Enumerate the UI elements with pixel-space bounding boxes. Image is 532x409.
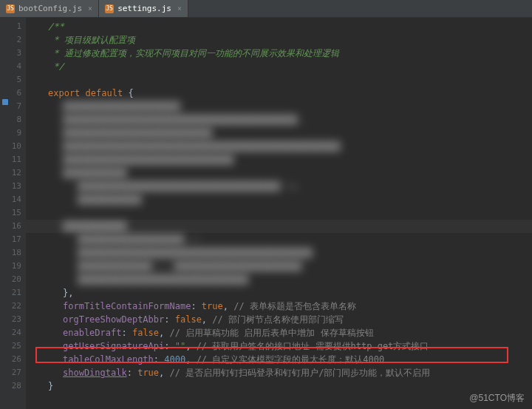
line-number: 20 bbox=[0, 273, 21, 286]
redacted-text: ██████████████ // ██████████████████████… bbox=[78, 260, 301, 273]
line-number: 2 bbox=[0, 33, 21, 47]
redacted-text: ████████████████████████████████████████… bbox=[63, 140, 341, 153]
gutter-marker-icon[interactable] bbox=[2, 99, 8, 105]
line-number: 26 bbox=[0, 353, 21, 366]
code-content[interactable]: /** * 项目级默认配置项 * 通过修改配置项，实现不同项目对同一功能的不同展… bbox=[26, 18, 532, 409]
line-number: 28 bbox=[0, 379, 21, 393]
code-text: false bbox=[132, 326, 159, 339]
code-text: /** bbox=[48, 20, 64, 33]
code-text: // 是否启用钉钉扫码登录和钉钉用户/部门同步功能，默认不启用 bbox=[170, 366, 431, 379]
redacted-text: ████████████ bbox=[63, 166, 127, 180]
redacted-text: ████████████████████ // bbox=[78, 233, 200, 246]
code-text: true bbox=[202, 300, 223, 313]
watermark-text: @51CTO博客 bbox=[469, 392, 525, 405]
line-number: 13 bbox=[0, 180, 21, 193]
redacted-text: ████████████████████████████████ bbox=[78, 273, 248, 286]
editor-tabs: JS bootConfig.js × JS settings.js × bbox=[0, 0, 532, 18]
line-number: 22 bbox=[0, 300, 21, 313]
redacted-text: ████████████████████████████████████████… bbox=[78, 246, 313, 260]
redacted-text: ██████████████████████ bbox=[63, 100, 180, 113]
code-text: }, bbox=[63, 286, 73, 300]
code-text: * 项目级默认配置项 bbox=[48, 33, 135, 47]
redacted-text: ████████████ bbox=[78, 193, 142, 206]
code-text: } bbox=[48, 379, 53, 393]
line-number: 5 bbox=[0, 73, 21, 87]
line-number: 6 bbox=[0, 87, 21, 100]
redacted-text: ████████████████████████████████████████… bbox=[63, 113, 308, 126]
code-text: // 表单标题是否包含表单名称 bbox=[233, 300, 356, 313]
redacted-text: ██████████████████████████████████████ l… bbox=[78, 180, 301, 193]
close-icon[interactable]: × bbox=[88, 4, 92, 13]
code-text: showDingtalk bbox=[63, 366, 127, 379]
code-text: { bbox=[128, 87, 133, 100]
code-text: // 获取用户签名的接口地址 需要提供http get方式接口 bbox=[197, 339, 429, 353]
line-number: 12 bbox=[0, 166, 21, 180]
redacted-text: ████████████████████████████ bbox=[63, 126, 212, 140]
code-text: export bbox=[48, 87, 86, 100]
line-number: 19 bbox=[0, 260, 21, 273]
line-number: 16 bbox=[0, 220, 21, 233]
redacted-text: ████████████████████████████████ bbox=[63, 153, 233, 166]
code-text: getUserSignatureApi bbox=[63, 339, 164, 353]
line-number: 11 bbox=[0, 153, 21, 166]
line-number: 3 bbox=[0, 47, 21, 60]
line-number: 18 bbox=[0, 246, 21, 260]
line-number: 24 bbox=[0, 326, 21, 339]
code-text: enableDraft bbox=[63, 326, 121, 339]
line-number: 23 bbox=[0, 313, 21, 326]
code-text: false bbox=[175, 313, 202, 326]
code-text: true bbox=[137, 366, 159, 379]
line-number: 8 bbox=[0, 113, 21, 126]
code-text: "" bbox=[175, 339, 185, 353]
code-text: * 通过修改配置项，实现不同项目对同一功能的不同展示效果和处理逻辑 bbox=[48, 47, 339, 60]
tab-settings[interactable]: JS settings.js × bbox=[99, 0, 188, 17]
line-number: 14 bbox=[0, 193, 21, 206]
line-number: 21 bbox=[0, 286, 21, 300]
code-text: tableColMaxLength bbox=[63, 353, 154, 366]
line-number: 15 bbox=[0, 206, 21, 220]
line-number: 10 bbox=[0, 140, 21, 153]
code-text: // 启用草稿功能 启用后表单中增加 保存草稿按钮 bbox=[170, 326, 374, 339]
code-text: default bbox=[86, 87, 129, 100]
close-icon[interactable]: × bbox=[177, 4, 182, 13]
editor-area: 1 2 3 4 5 6 7 8 9 10 11 12 13 14 15 16 1… bbox=[0, 18, 532, 409]
line-gutter: 1 2 3 4 5 6 7 8 9 10 11 12 13 14 15 16 1… bbox=[0, 18, 26, 409]
code-text: */ bbox=[48, 60, 64, 73]
redacted-text: ████████████ bbox=[63, 220, 127, 233]
line-number: 1 bbox=[0, 20, 21, 33]
line-number: 27 bbox=[0, 366, 21, 379]
code-text: formTitleContainFormName bbox=[63, 300, 191, 313]
tab-bootconfig[interactable]: JS bootConfig.js × bbox=[0, 0, 99, 17]
line-number: 4 bbox=[0, 60, 21, 73]
code-text: // 部门树节点名称使用部门缩写 bbox=[212, 313, 344, 326]
line-number: 9 bbox=[0, 126, 21, 140]
js-file-icon: JS bbox=[6, 4, 15, 13]
line-number: 25 bbox=[0, 339, 21, 353]
code-text: // 自定义实体模型字段的最大长度；默认4000 bbox=[197, 353, 385, 366]
js-file-icon: JS bbox=[105, 4, 114, 13]
code-text: orgTreeShowDeptAbbr bbox=[63, 313, 164, 326]
line-number: 17 bbox=[0, 233, 21, 246]
code-text: 4000 bbox=[164, 353, 185, 366]
tab-label: bootConfig.js bbox=[18, 4, 82, 13]
tab-label: settings.js bbox=[117, 4, 171, 13]
